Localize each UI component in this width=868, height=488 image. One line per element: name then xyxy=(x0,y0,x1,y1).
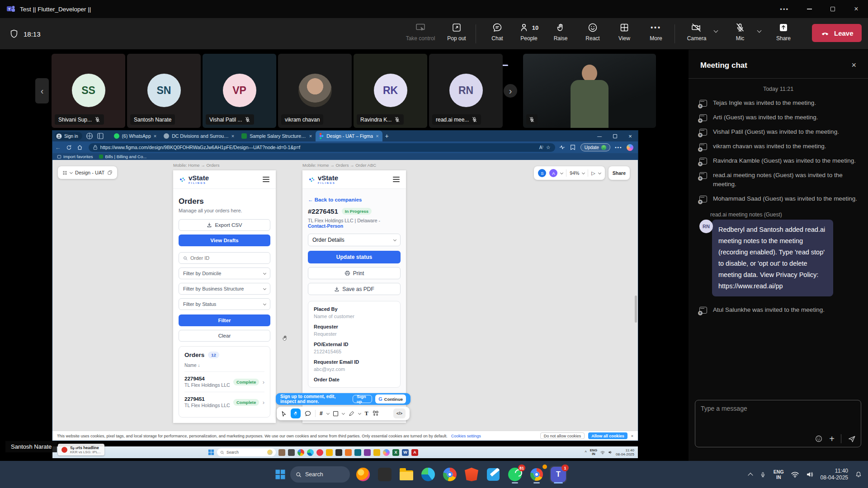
mic-options-chevron-icon[interactable] xyxy=(758,31,761,32)
read-aloud-icon[interactable]: A⁾ xyxy=(539,145,543,150)
participant-tile[interactable]: RN read.ai mee... xyxy=(429,54,503,128)
view-button[interactable]: View xyxy=(609,22,640,42)
chat-button[interactable]: Chat xyxy=(481,22,513,42)
edge-icon[interactable] xyxy=(420,466,437,483)
tray-expand-icon[interactable] xyxy=(748,473,753,478)
new-tab-button[interactable]: + xyxy=(385,132,389,140)
zoom-level[interactable]: 94% xyxy=(570,170,579,176)
react-button[interactable]: React xyxy=(577,22,609,42)
taskbar-app-icon[interactable] xyxy=(373,449,380,456)
tiles-scroll-right-button[interactable]: › xyxy=(504,84,517,98)
folder-icon[interactable] xyxy=(326,449,333,456)
workspaces-icon[interactable] xyxy=(86,132,93,140)
back-link[interactable]: ← Back to companies xyxy=(308,197,401,202)
acrobat-icon[interactable]: A xyxy=(411,449,418,456)
column-header[interactable]: Name ↓ xyxy=(184,363,264,368)
figma-canvas[interactable]: Design - UAT S A 94% ▷ Share Mobile: Hom… xyxy=(52,160,638,431)
refresh-icon[interactable] xyxy=(63,145,74,150)
figma-share-button[interactable]: Share xyxy=(609,166,630,180)
people-button[interactable]: 10 People xyxy=(513,22,545,42)
collaborator-avatar[interactable]: A xyxy=(549,169,557,177)
favorites-icon[interactable] xyxy=(570,144,576,150)
send-icon[interactable] xyxy=(848,435,856,443)
import-favorites-button[interactable]: Import favorites xyxy=(57,154,93,159)
participant-tile[interactable]: RK Ravindra K... xyxy=(354,54,427,128)
language-indicator[interactable]: ENG IN xyxy=(774,469,784,480)
chrome-icon[interactable] xyxy=(441,466,458,483)
home-icon[interactable] xyxy=(74,145,85,150)
url-field[interactable]: A⁾ ☆ xyxy=(89,143,555,152)
design-frame-order-detail[interactable]: vStateFILINGS ← Back to companies #22764… xyxy=(302,170,406,423)
canvas-scrollbar[interactable] xyxy=(635,296,637,323)
google-continue-button[interactable]: G Continue xyxy=(375,394,406,404)
order-details-select[interactable]: Order Details xyxy=(308,234,401,246)
start-icon[interactable] xyxy=(208,449,214,455)
actions-tool-icon[interactable] xyxy=(373,410,379,417)
pen-tool-icon[interactable] xyxy=(349,411,354,417)
browser-close-button[interactable]: × xyxy=(623,131,638,141)
emoji-icon[interactable] xyxy=(815,435,823,443)
start-icon[interactable] xyxy=(275,469,286,480)
taskbar-clock[interactable]: 11:40 08-04-2025 xyxy=(821,468,848,481)
cookie-settings-link[interactable]: Cookies settings xyxy=(451,434,481,438)
allow-cookies-button[interactable]: Allow all cookies xyxy=(588,432,627,439)
explorer-folder-icon[interactable] xyxy=(398,466,415,483)
order-id-search[interactable] xyxy=(179,252,270,264)
order-row[interactable]: 2279451 TL Flex Holdings LLC Complete › xyxy=(184,392,264,412)
browser-minimize-button[interactable]: — xyxy=(592,131,607,141)
wifi-icon[interactable] xyxy=(791,472,799,478)
console-icon[interactable] xyxy=(376,466,393,483)
shared-search-box[interactable]: Search xyxy=(217,448,276,456)
view-drafts-button[interactable]: View Drafts xyxy=(179,235,270,246)
taskbar-app-icon[interactable] xyxy=(345,449,352,456)
update-button[interactable]: Update xyxy=(580,143,610,151)
titlebar-more-icon[interactable]: ••• xyxy=(780,0,789,18)
excel-icon[interactable]: X xyxy=(392,449,399,456)
clear-button[interactable]: Clear xyxy=(179,330,270,342)
sign-up-button[interactable]: Sign up xyxy=(353,395,372,403)
volume-icon[interactable] xyxy=(608,450,613,455)
word-icon[interactable]: W xyxy=(402,449,409,456)
spotlight-tile[interactable] xyxy=(523,54,656,128)
taskbar-app-icon[interactable] xyxy=(278,449,285,456)
camera-options-chevron-icon[interactable] xyxy=(714,31,717,32)
shape-tool-icon[interactable] xyxy=(333,411,338,416)
edge-icon[interactable] xyxy=(307,449,314,456)
minimize-button[interactable] xyxy=(797,0,821,18)
participant-tile[interactable]: VP Vishal Patil ... xyxy=(203,54,276,128)
firefox-icon[interactable] xyxy=(354,466,372,483)
frame-label[interactable]: Mobile: Home → Orders → Order ABC xyxy=(302,163,376,168)
move-cursor-icon[interactable] xyxy=(281,411,287,417)
close-button[interactable]: × xyxy=(844,0,868,18)
browser-tab-active[interactable]: Design - UAT – Figma× xyxy=(316,131,382,141)
taskbar-app-icon[interactable] xyxy=(354,449,361,456)
filter-domicile-select[interactable]: Filter by Domicile xyxy=(179,267,270,279)
tray-mic-icon[interactable] xyxy=(760,471,766,478)
console-icon[interactable] xyxy=(335,449,342,456)
chrome-profile-icon[interactable] xyxy=(528,466,545,483)
cookie-close-icon[interactable]: × xyxy=(631,434,633,438)
filter-business-structure-select[interactable]: Filter by Business Structure xyxy=(179,283,270,295)
browser-essentials-icon[interactable] xyxy=(559,144,565,150)
teams-icon[interactable]: T 1 xyxy=(550,466,567,483)
shared-clock[interactable]: 11:40 08-04-2025 xyxy=(616,448,634,456)
chevron-down-icon[interactable] xyxy=(582,171,585,174)
duplicate-icon[interactable] xyxy=(107,170,113,175)
figma-doc-chip[interactable]: Design - UAT xyxy=(58,166,117,179)
participant-tile[interactable]: SN Santosh Narate xyxy=(127,54,201,128)
chrome-icon[interactable] xyxy=(297,449,304,456)
whatsapp-icon[interactable]: 81 xyxy=(506,466,524,483)
frame-label[interactable]: Mobile: Home → Orders xyxy=(173,163,219,168)
attach-plus-icon[interactable]: + xyxy=(829,435,835,443)
order-row[interactable]: 2279454 TL Flex Holdings LLC Complete › xyxy=(184,371,264,392)
vscode-icon[interactable] xyxy=(485,466,502,483)
brave-icon[interactable] xyxy=(463,466,480,483)
tab-close-icon[interactable]: × xyxy=(154,133,156,139)
browser-tab[interactable]: DC Divisions and Surroundings× xyxy=(160,131,238,141)
contact-person-link[interactable]: Contact-Person xyxy=(308,223,343,229)
tab-close-icon[interactable]: × xyxy=(309,133,312,139)
browser-restore-button[interactable] xyxy=(607,131,623,141)
browser-tab[interactable]: (6) WhatsApp× xyxy=(110,131,160,141)
comment-tool-icon[interactable] xyxy=(305,410,311,417)
deny-cookies-button[interactable]: Do not allow cookies xyxy=(540,432,585,439)
